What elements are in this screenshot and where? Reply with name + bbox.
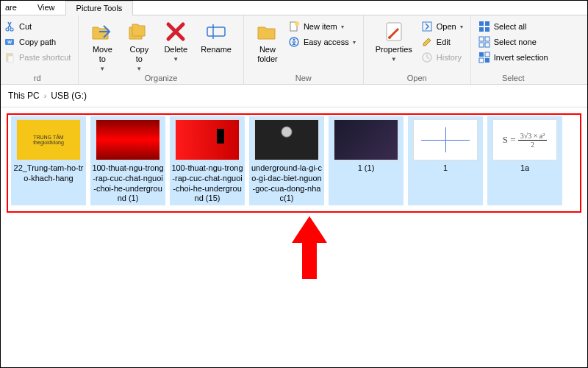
- edit-button[interactable]: Edit: [421, 35, 463, 49]
- copy-path-icon: W: [4, 36, 15, 48]
- filename: 22_Trung-tam-ho-tro-khach-hang: [12, 163, 85, 184]
- properties-label: Properties: [376, 45, 412, 54]
- open-icon: [421, 21, 433, 32]
- svg-rect-27: [485, 58, 490, 63]
- cut-button[interactable]: Cut: [4, 20, 71, 33]
- new-item-button[interactable]: New item ▾: [288, 20, 356, 33]
- rename-button[interactable]: Rename: [196, 18, 236, 56]
- file-item[interactable]: 100-thuat-ngu-trong-rap-cuc-chat-nguoi-c…: [170, 116, 245, 205]
- delete-button[interactable]: Delete ▼: [159, 18, 192, 65]
- paste-shortcut-label: Paste shortcut: [19, 53, 71, 62]
- file-item[interactable]: 100-thuat-ngu-trong-rap-cuc-chat-nguoi-c…: [90, 116, 165, 205]
- chevron-down-icon: ▼: [99, 66, 105, 73]
- svg-point-11: [293, 39, 295, 41]
- filename: 1a: [520, 163, 529, 174]
- svg-rect-17: [485, 21, 490, 26]
- file-grid: TRUNG TÂMthegioididong 22_Trung-tam-ho-t…: [7, 113, 581, 213]
- paste-shortcut-icon: [4, 52, 15, 63]
- filename: 1 (1): [358, 163, 375, 174]
- history-button: History: [421, 51, 463, 64]
- new-folder-button[interactable]: New folder: [251, 18, 284, 66]
- svg-rect-25: [485, 52, 490, 57]
- svg-point-0: [6, 28, 9, 31]
- chevron-down-icon: ▼: [391, 56, 397, 63]
- file-item[interactable]: TRUNG TÂMthegioididong 22_Trung-tam-ho-t…: [11, 116, 86, 205]
- svg-rect-23: [485, 43, 490, 47]
- svg-rect-20: [479, 37, 484, 41]
- easy-access-icon: [288, 36, 300, 48]
- copy-to-button[interactable]: Copy to ▼: [123, 18, 155, 74]
- svg-text:W: W: [7, 40, 12, 44]
- svg-rect-5: [8, 56, 13, 63]
- move-to-label: Move to: [93, 45, 112, 64]
- file-item[interactable]: 1: [408, 116, 483, 205]
- invert-selection-label: Invert selection: [494, 53, 548, 62]
- new-item-icon: [288, 21, 300, 32]
- chevron-down-icon: ▼: [173, 56, 179, 63]
- select-none-label: Select none: [494, 38, 537, 46]
- copy-path-button[interactable]: W Copy path: [4, 35, 71, 49]
- open-button[interactable]: Open ▾: [421, 20, 463, 33]
- ribbon-group-new: New folder New item ▾ Easy access ▾: [244, 15, 364, 84]
- chevron-down-icon: ▼: [136, 66, 142, 73]
- select-all-icon: [478, 21, 490, 32]
- thumbnail: [334, 119, 398, 160]
- delete-icon: [164, 20, 187, 43]
- select-all-button[interactable]: Select all: [478, 20, 548, 33]
- svg-point-9: [295, 21, 299, 26]
- chevron-right-icon: ›: [44, 91, 47, 100]
- content-area: TRUNG TÂMthegioididong 22_Trung-tam-ho-t…: [1, 107, 587, 358]
- edit-icon: [421, 36, 433, 48]
- new-folder-icon: [256, 20, 279, 43]
- rename-icon: [204, 20, 228, 43]
- select-group-title: Select: [502, 74, 525, 82]
- select-none-button[interactable]: Select none: [478, 35, 548, 49]
- svg-marker-29: [292, 216, 327, 243]
- cut-label: Cut: [19, 22, 32, 31]
- new-item-label: New item: [304, 22, 337, 31]
- tab-view[interactable]: View: [27, 1, 65, 15]
- clipboard-group-title: rd: [34, 74, 41, 82]
- history-label: History: [437, 53, 462, 62]
- svg-rect-14: [423, 22, 431, 31]
- tab-picture-tools[interactable]: Picture Tools: [65, 1, 134, 15]
- move-to-button[interactable]: Move to ▼: [86, 18, 118, 74]
- thumbnail: [175, 119, 240, 160]
- edit-label: Edit: [437, 38, 451, 46]
- invert-selection-button[interactable]: Invert selection: [478, 51, 548, 64]
- thumbnail: [254, 119, 319, 160]
- open-label: Open: [437, 22, 456, 31]
- svg-rect-26: [479, 58, 484, 63]
- svg-rect-24: [479, 52, 484, 57]
- breadcrumb: This PC › USB (G:): [1, 85, 587, 107]
- thumbnail: [413, 119, 478, 160]
- chevron-down-icon: ▾: [460, 24, 463, 30]
- annotation-arrow: [287, 216, 331, 283]
- file-item[interactable]: 1 (1): [329, 116, 404, 205]
- svg-point-13: [388, 36, 391, 39]
- ribbon-group-open: Properties ▼ Open ▾ Edit: [364, 15, 471, 84]
- easy-access-label: Easy access: [304, 38, 349, 46]
- select-none-icon: [478, 36, 490, 48]
- svg-point-1: [10, 28, 13, 31]
- file-item[interactable]: underground-la-gi-co-gi-dac-biet-nguon-g…: [249, 116, 324, 205]
- chevron-down-icon: ▾: [341, 24, 344, 30]
- select-all-label: Select all: [494, 22, 527, 31]
- move-to-icon: [90, 20, 114, 43]
- thumbnail: TRUNG TÂMthegioididong: [16, 119, 81, 160]
- svg-rect-6: [207, 27, 225, 36]
- filename: 1: [443, 163, 448, 174]
- easy-access-button[interactable]: Easy access ▾: [288, 35, 356, 49]
- properties-button[interactable]: Properties ▼: [371, 18, 417, 65]
- svg-rect-21: [485, 37, 490, 41]
- file-item[interactable]: S = 3√3 × a²2 1a: [487, 116, 562, 205]
- paste-shortcut-button: Paste shortcut: [4, 51, 71, 64]
- open-group-title: Open: [407, 74, 427, 82]
- ribbon-tabs: are View Picture Tools: [1, 1, 587, 15]
- thumbnail: S = 3√3 × a²2: [492, 119, 557, 160]
- delete-label: Delete: [164, 45, 187, 54]
- crumb-this-pc[interactable]: This PC: [8, 91, 40, 101]
- svg-rect-19: [485, 27, 490, 32]
- tab-share[interactable]: are: [1, 1, 27, 15]
- crumb-usb[interactable]: USB (G:): [51, 91, 87, 101]
